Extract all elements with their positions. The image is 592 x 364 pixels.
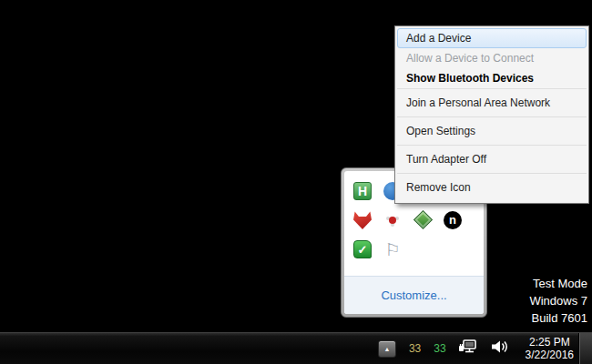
customize-bar: Customize... [344, 276, 484, 314]
green-h-icon[interactable]: H [353, 182, 372, 200]
tray-icon-row: ✓⚐ [353, 240, 476, 269]
clock-time: 2:25 PM [526, 336, 574, 349]
taskbar-clock[interactable]: 2:25 PM 3/22/2016 [522, 336, 577, 361]
test-mode-watermark: Test Mode Windows 7 Build 7601 [529, 275, 587, 327]
network-icon[interactable] [458, 338, 478, 359]
temperature-indicator-green[interactable]: 33 [434, 342, 445, 355]
black-n-icon[interactable]: n [444, 211, 462, 229]
watermark-line: Test Mode [529, 275, 587, 292]
system-tray: ▲ 33 33 [378, 333, 577, 364]
watermark-line: Build 7601 [529, 309, 587, 327]
taskbar[interactable]: ▲ 33 33 [0, 332, 592, 364]
speaker-icon[interactable] [489, 338, 509, 359]
green-diamond-icon[interactable] [413, 210, 433, 229]
show-hidden-icons-button[interactable]: ▲ [378, 340, 396, 358]
show-desktop-button[interactable] [579, 333, 592, 364]
desktop: Test Mode Windows 7 Build 7601 Hn✓⚐ Cust… [0, 0, 592, 364]
menu-item-open-settings[interactable]: Open Settings [397, 117, 587, 145]
menu-item-turn-adapter-off[interactable]: Turn Adapter Off [397, 146, 587, 173]
customize-link[interactable]: Customize... [381, 288, 446, 302]
tray-icon-row: n [353, 211, 476, 240]
menu-item-show-bluetooth-devices[interactable]: Show Bluetooth Devices [397, 68, 587, 88]
red-fox-icon[interactable] [353, 211, 372, 229]
bluetooth-context-menu: Add a DeviceAllow a Device to ConnectSho… [394, 25, 589, 204]
green-check-icon[interactable]: ✓ [353, 240, 372, 258]
clock-date: 3/22/2016 [526, 349, 574, 361]
white-flag-icon[interactable]: ⚐ [383, 240, 402, 258]
menu-item-join-a-personal-area-network[interactable]: Join a Personal Area Network [397, 89, 587, 116]
red-fan-icon[interactable] [383, 211, 402, 229]
watermark-line: Windows 7 [529, 292, 587, 309]
temperature-indicator-yellow[interactable]: 33 [409, 342, 421, 355]
menu-item-add-a-device[interactable]: Add a Device [397, 28, 587, 48]
menu-item-allow-a-device-to-connect: Allow a Device to Connect [397, 48, 587, 68]
menu-item-remove-icon[interactable]: Remove Icon [397, 174, 587, 201]
